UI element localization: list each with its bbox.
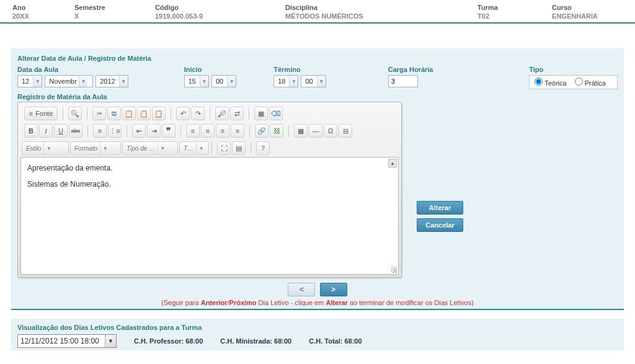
undo-button[interactable]: ↶ [176, 107, 190, 120]
scroll-up-icon[interactable]: ▲ [388, 159, 397, 167]
preview-button[interactable]: 🔍 [68, 107, 82, 120]
toolbar-separator [251, 142, 251, 154]
indent-button[interactable]: ⇥ [147, 124, 161, 138]
omega-icon: Ω [328, 127, 333, 135]
termino-hora-value: 18 [274, 78, 289, 85]
ch-total: C.H. Total: 68:00 [309, 337, 362, 345]
italic-button[interactable]: I [39, 124, 53, 138]
header-col-turma: Turma T02 [477, 4, 527, 20]
viz-row: 12/11/2012 15:00 18:00 ▼ C.H. Professor:… [17, 334, 618, 348]
blockquote-button[interactable]: ❞ [162, 124, 175, 138]
replace-button[interactable]: ⇄ [230, 107, 244, 120]
unlink-button[interactable]: ⛓ [270, 124, 283, 138]
hr-button[interactable]: — [309, 124, 322, 138]
tipo-pratica-radio[interactable] [575, 78, 583, 86]
bold-button[interactable]: B [24, 124, 38, 138]
find-button[interactable]: 🔎 [215, 107, 229, 120]
strike-button[interactable]: abc [69, 124, 82, 138]
editor-content-area[interactable]: ▲ Apresentação da ementa. Sistemas de Nu… [20, 157, 399, 275]
semestre-value: X [74, 12, 130, 20]
size-combo[interactable]: T…▼ [179, 141, 209, 155]
copy-button[interactable]: ⧉ [107, 107, 121, 120]
select-all-button[interactable]: ▦ [254, 107, 268, 120]
dia-value: 12 [18, 78, 33, 85]
semestre-label: Semestre [74, 4, 130, 11]
cancelar-button[interactable]: Cancelar [417, 218, 463, 232]
redo-icon: ↷ [195, 110, 201, 118]
inicio-hora-select[interactable]: 15▼ [184, 75, 209, 87]
align-justify-button[interactable]: ≡ [231, 124, 244, 138]
toolbar-separator [63, 107, 63, 120]
inicio-label: Início [184, 66, 237, 73]
quote-icon: ❞ [166, 126, 171, 136]
maximize-button[interactable]: ⛶ [217, 141, 231, 155]
tipo-pratica-option[interactable]: Prática [575, 79, 606, 87]
data-aula-group: Data da Aula 12▼ Novembr▼ 2012▼ [17, 66, 128, 87]
resize-grip[interactable] [391, 267, 397, 273]
toolbar-separator [180, 125, 181, 137]
next-day-button[interactable]: > [320, 283, 347, 296]
ano-label: Ano [12, 4, 50, 11]
mes-select[interactable]: Novembr▼ [45, 75, 93, 87]
special-char-button[interactable]: Ω [324, 124, 337, 138]
align-right-icon: ≡ [221, 127, 224, 135]
bullet-list-button[interactable]: ⋮≡ [108, 124, 122, 138]
ano-value: 2012 [96, 78, 118, 85]
tipo-group: Tipo Teórica Prática [529, 66, 618, 89]
dias-letivos-value: 12/11/2012 15:00 18:00 [20, 337, 99, 345]
ano-select[interactable]: 2012▼ [95, 75, 128, 87]
underline-button[interactable]: U [54, 124, 68, 138]
paste-word-button[interactable]: 📋 [152, 107, 166, 120]
paste-button[interactable]: 📋 [122, 107, 136, 120]
chevron-down-icon: ▼ [200, 76, 208, 87]
termino-hora-select[interactable]: 18▼ [273, 75, 298, 87]
curso-label: Curso [552, 4, 598, 11]
cut-button[interactable]: ✂ [92, 107, 106, 120]
termino-min-select[interactable]: 00▼ [301, 75, 326, 87]
codigo-label: Código [155, 4, 260, 11]
replace-icon: ⇄ [234, 110, 240, 118]
inicio-min-select[interactable]: 00▼ [211, 75, 236, 87]
eraser-icon: ⌫ [271, 110, 281, 118]
numbered-list-button[interactable]: ≡ [93, 124, 107, 138]
select-all-icon: ▦ [258, 110, 264, 118]
toolbar-separator [127, 125, 127, 137]
tipo-teorica-label: Teórica [544, 79, 566, 87]
align-right-button[interactable]: ≡ [216, 124, 229, 138]
carga-input[interactable] [388, 75, 418, 87]
dia-select[interactable]: 12▼ [17, 75, 42, 87]
header-col-codigo: Código 1919.000.053-9 [155, 4, 260, 20]
link-button[interactable]: 🔗 [255, 124, 269, 138]
mes-value: Novembr [45, 78, 79, 85]
toolbar-separator [211, 142, 212, 154]
alterar-button[interactable]: Alterar [417, 201, 463, 215]
page-break-button[interactable]: ⊟ [339, 124, 352, 138]
chevron-down-icon: ▼ [196, 142, 206, 154]
tipo-teorica-radio[interactable] [535, 78, 543, 86]
about-button[interactable]: ? [256, 141, 270, 155]
carga-label: Carga Horária [388, 66, 433, 73]
show-blocks-button[interactable]: ▤ [232, 141, 246, 155]
toolbar-separator [171, 107, 171, 120]
termino-group: Término 18▼ 00▼ [273, 66, 326, 87]
carga-group: Carga Horária [388, 66, 433, 87]
align-center-button[interactable]: ≡ [201, 124, 215, 138]
style-combo[interactable]: Estilo▼ [22, 141, 69, 155]
outdent-button[interactable]: ⇤ [132, 124, 146, 138]
format-combo[interactable]: Formato▼ [70, 141, 121, 155]
toolbar-row-3: Estilo▼ Formato▼ Tipo de …▼ T…▼ ⛶ ▤ ? [20, 140, 399, 157]
dias-letivos-select[interactable]: 12/11/2012 15:00 18:00 ▼ [17, 334, 117, 348]
format-combo-label: Formato [74, 145, 97, 152]
unlink-icon: ⛓ [273, 127, 280, 135]
paste-text-button[interactable]: 📋 [137, 107, 151, 120]
binoculars-icon: 🔎 [218, 110, 226, 118]
tipo-teorica-option[interactable]: Teórica [535, 79, 566, 87]
source-button[interactable]: ≡Fonte [24, 107, 58, 120]
remove-format-button[interactable]: ⌫ [269, 107, 283, 120]
blocks-icon: ▤ [236, 144, 242, 153]
font-combo[interactable]: Tipo de …▼ [122, 141, 178, 155]
table-button[interactable]: ▦ [294, 124, 308, 138]
align-left-button[interactable]: ≡ [186, 124, 200, 138]
redo-button[interactable]: ↷ [191, 107, 205, 120]
prev-day-button[interactable]: < [288, 283, 315, 296]
